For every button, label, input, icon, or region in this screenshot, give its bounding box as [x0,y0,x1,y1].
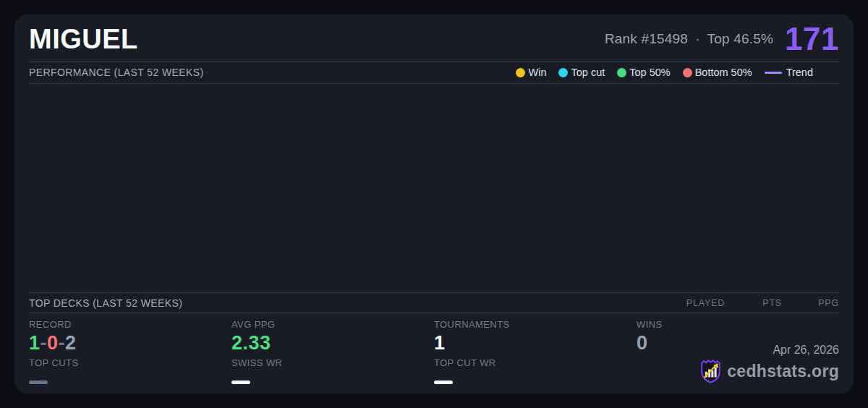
trend-line-icon [765,72,782,74]
rank-separator: · [695,31,699,47]
performance-section-header: PERFORMANCE (LAST 52 WEEKS) Win Top cut … [29,61,839,84]
top-cuts-label: TOP CUTS [29,357,231,368]
win-dot-icon [516,68,525,77]
legend-item-bottom-50[interactable]: Bottom 50% [683,67,752,78]
legend-item-win[interactable]: Win [516,67,546,78]
generated-date: Apr 26, 2026 [699,344,839,357]
performance-title: PERFORMANCE (LAST 52 WEEKS) [29,67,204,78]
rank-group: Rank #15498 · Top 46.5% 171 [605,21,839,57]
brand-link[interactable]: cedhstats.org [699,359,839,383]
stat-col-record: RECORD 1-0-2 TOP CUTS [29,319,231,387]
card-header: MIGUEL Rank #15498 · Top 46.5% 171 [29,14,839,61]
player-stats-card: MIGUEL Rank #15498 · Top 46.5% 171 PERFO… [14,14,854,394]
cedhstats-shield-logo-icon [699,359,722,383]
legend-label: Trend [786,67,813,78]
record-label: RECORD [29,319,231,330]
top-cut-wr-label: TOP CUT WR [434,357,637,368]
brand-name: cedhstats.org [727,362,839,381]
top-cuts-value-dash [29,381,48,384]
bottom-50-dot-icon [683,68,692,77]
avg-ppg-value: 2.33 [231,332,434,354]
chart-legend: Win Top cut Top 50% Bottom 50% Trend [516,67,813,78]
top-decks-columns: PLAYED PTS PPG [668,298,839,308]
wins-label: WINS [637,319,839,330]
swiss-wr-label: SWISS WR [231,357,434,368]
tournaments-value: 1 [434,332,637,354]
top-cut-dot-icon [558,68,568,77]
legend-item-trend[interactable]: Trend [765,67,813,78]
stat-col-tournaments: TOURNAMENTS 1 TOP CUT WR [434,319,637,387]
tournaments-label: TOURNAMENTS [434,319,637,330]
legend-label: Bottom 50% [695,67,752,78]
top-decks-title: TOP DECKS (LAST 52 WEEKS) [29,297,182,309]
swiss-wr-value-dash [231,381,250,384]
player-name: MIGUEL [29,24,138,55]
percentile-label: Top 46.5% [707,31,773,47]
column-header-ppg: PPG [782,298,839,308]
legend-label: Top 50% [629,67,670,78]
legend-label: Win [528,67,546,78]
rank-label: Rank #15498 [605,31,688,47]
card-footer: Apr 26, 2026 cedhstats.org [699,344,839,383]
top-cut-wr-value-dash [434,381,453,384]
legend-item-top-50[interactable]: Top 50% [617,67,670,78]
performance-chart [29,84,839,293]
record-value: 1-0-2 [29,332,231,354]
top-50-dot-icon [617,68,626,77]
top-decks-section-header: TOP DECKS (LAST 52 WEEKS) PLAYED PTS PPG [29,293,839,313]
column-header-pts: PTS [725,298,782,308]
avg-ppg-label: AVG PPG [231,319,434,330]
column-header-played: PLAYED [668,298,725,308]
rating-value: 171 [785,21,839,57]
legend-item-top-cut[interactable]: Top cut [558,67,605,78]
stat-col-avg-ppg: AVG PPG 2.33 SWISS WR [231,319,434,387]
legend-label: Top cut [571,67,605,78]
